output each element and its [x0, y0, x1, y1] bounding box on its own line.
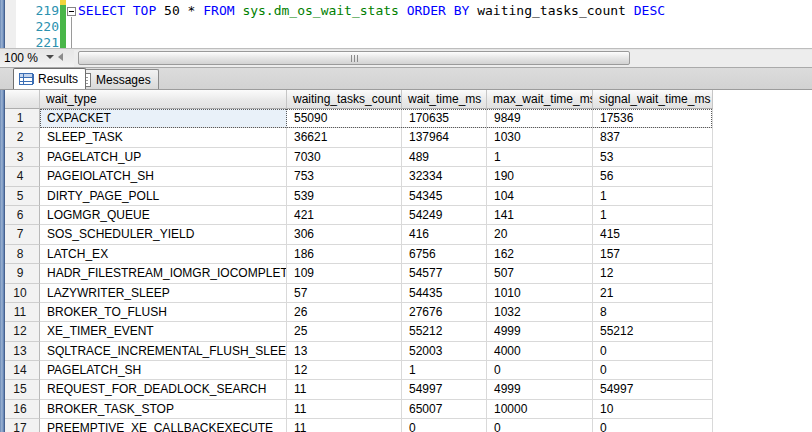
cell-signal-wait-time-ms[interactable]: 12 [593, 264, 713, 283]
cell-signal-wait-time-ms[interactable]: 0 [593, 361, 713, 380]
cell-wait-type[interactable]: LAZYWRITER_SLEEP [40, 284, 287, 303]
table-row[interactable]: 13 SQLTRACE_INCREMENTAL_FLUSH_SLEEP 13 5… [5, 342, 712, 361]
cell-waiting-tasks-count[interactable]: 13 [287, 342, 402, 361]
cell-waiting-tasks-count[interactable]: 25 [287, 322, 402, 341]
row-header[interactable]: 7 [5, 225, 40, 244]
cell-wait-type[interactable]: PAGELATCH_SH [40, 361, 287, 380]
cell-wait-time-ms[interactable]: 54345 [402, 187, 487, 206]
table-row[interactable]: 7 SOS_SCHEDULER_YIELD 306 416 20 415 [5, 225, 712, 244]
cell-signal-wait-time-ms[interactable]: 0 [593, 342, 713, 361]
cell-waiting-tasks-count[interactable]: 55090 [287, 109, 402, 128]
tab-messages[interactable]: Messages [74, 69, 159, 89]
cell-wait-type[interactable]: SOS_SCHEDULER_YIELD [40, 225, 287, 244]
table-row[interactable]: 17 PREEMPTIVE_XE_CALLBACKEXECUTE 11 0 0 … [5, 419, 712, 432]
row-header[interactable]: 3 [5, 148, 40, 167]
table-row[interactable]: 11 BROKER_TO_FLUSH 26 27676 1032 8 [5, 303, 712, 322]
row-header[interactable]: 13 [5, 342, 40, 361]
cell-waiting-tasks-count[interactable]: 11 [287, 400, 402, 419]
table-row[interactable]: 12 XE_TIMER_EVENT 25 55212 4999 55212 [5, 322, 712, 341]
cell-waiting-tasks-count[interactable]: 12 [287, 361, 402, 380]
cell-max-wait-time-ms[interactable]: 104 [487, 187, 593, 206]
cell-wait-type[interactable]: XE_TIMER_EVENT [40, 322, 287, 341]
cell-signal-wait-time-ms[interactable]: 10 [593, 400, 713, 419]
cell-waiting-tasks-count[interactable]: 109 [287, 264, 402, 283]
cell-wait-time-ms[interactable]: 65007 [402, 400, 487, 419]
chevron-down-icon[interactable] [46, 55, 54, 59]
row-header[interactable]: 15 [5, 380, 40, 399]
cell-waiting-tasks-count[interactable]: 421 [287, 206, 402, 225]
cell-wait-type[interactable]: SQLTRACE_INCREMENTAL_FLUSH_SLEEP [40, 342, 287, 361]
table-row[interactable]: 16 BROKER_TASK_STOP 11 65007 10000 10 [5, 400, 712, 419]
cell-wait-time-ms[interactable]: 54249 [402, 206, 487, 225]
editor-line[interactable]: 221 [0, 35, 812, 48]
results-grid[interactable]: wait_type waiting_tasks_count wait_time_… [5, 90, 713, 432]
table-row[interactable]: 9 HADR_FILESTREAM_IOMGR_IOCOMPLETION 109… [5, 264, 712, 283]
tab-results[interactable]: Results [13, 68, 86, 89]
cell-wait-type[interactable]: LOGMGR_QUEUE [40, 206, 287, 225]
cell-signal-wait-time-ms[interactable]: 21 [593, 284, 713, 303]
cell-signal-wait-time-ms[interactable]: 55212 [593, 322, 713, 341]
table-row[interactable]: 3 PAGELATCH_UP 7030 489 1 53 [5, 148, 712, 167]
cell-max-wait-time-ms[interactable]: 162 [487, 245, 593, 264]
cell-max-wait-time-ms[interactable]: 4000 [487, 342, 593, 361]
cell-wait-type[interactable]: PREEMPTIVE_XE_CALLBACKEXECUTE [40, 419, 287, 432]
column-header-wait-type[interactable]: wait_type [40, 90, 287, 109]
cell-wait-time-ms[interactable]: 6756 [402, 245, 487, 264]
cell-wait-type[interactable]: BROKER_TASK_STOP [40, 400, 287, 419]
row-header[interactable]: 5 [5, 187, 40, 206]
cell-signal-wait-time-ms[interactable]: 56 [593, 167, 713, 186]
cell-max-wait-time-ms[interactable]: 4999 [487, 322, 593, 341]
sql-editor[interactable]: 218219SELECT TOP 50 * FROM sys.dm_os_wai… [0, 0, 812, 48]
cell-max-wait-time-ms[interactable]: 1010 [487, 284, 593, 303]
cell-wait-type[interactable]: DIRTY_PAGE_POLL [40, 187, 287, 206]
cell-wait-type[interactable]: CXPACKET [40, 109, 287, 128]
table-row[interactable]: 1 CXPACKET 55090 170635 9849 17536 [5, 109, 712, 128]
horizontal-scrollbar-track[interactable] [74, 50, 812, 67]
scroll-left-arrow-icon[interactable] [58, 53, 63, 61]
cell-wait-time-ms[interactable]: 32334 [402, 167, 487, 186]
cell-wait-time-ms[interactable]: 489 [402, 148, 487, 167]
cell-waiting-tasks-count[interactable]: 753 [287, 167, 402, 186]
zoom-level-dropdown[interactable]: 100 % [4, 51, 38, 66]
cell-signal-wait-time-ms[interactable]: 157 [593, 245, 713, 264]
grid-corner-cell[interactable] [5, 90, 40, 109]
cell-wait-time-ms[interactable]: 170635 [402, 109, 487, 128]
cell-waiting-tasks-count[interactable]: 539 [287, 187, 402, 206]
cell-wait-time-ms[interactable]: 27676 [402, 303, 487, 322]
row-header[interactable]: 10 [5, 284, 40, 303]
row-header[interactable]: 9 [5, 264, 40, 283]
row-header[interactable]: 11 [5, 303, 40, 322]
table-row[interactable]: 15 REQUEST_FOR_DEADLOCK_SEARCH 11 54997 … [5, 380, 712, 399]
horizontal-scrollbar-thumb[interactable] [78, 51, 630, 65]
cell-signal-wait-time-ms[interactable]: 53 [593, 148, 713, 167]
cell-signal-wait-time-ms[interactable]: 1 [593, 187, 713, 206]
column-header-signal-wait-time-ms[interactable]: signal_wait_time_ms [593, 90, 713, 109]
cell-wait-time-ms[interactable]: 54435 [402, 284, 487, 303]
cell-max-wait-time-ms[interactable]: 1030 [487, 128, 593, 147]
cell-max-wait-time-ms[interactable]: 1 [487, 148, 593, 167]
cell-waiting-tasks-count[interactable]: 11 [287, 419, 402, 432]
cell-signal-wait-time-ms[interactable]: 837 [593, 128, 713, 147]
column-header-wait-time-ms[interactable]: wait_time_ms [402, 90, 487, 109]
cell-wait-time-ms[interactable]: 137964 [402, 128, 487, 147]
cell-wait-time-ms[interactable]: 1 [402, 361, 487, 380]
row-header[interactable]: 6 [5, 206, 40, 225]
cell-wait-type[interactable]: SLEEP_TASK [40, 128, 287, 147]
cell-wait-type[interactable]: LATCH_EX [40, 245, 287, 264]
cell-max-wait-time-ms[interactable]: 0 [487, 361, 593, 380]
cell-waiting-tasks-count[interactable]: 36621 [287, 128, 402, 147]
code-fold-collapse-icon[interactable] [67, 7, 76, 16]
cell-max-wait-time-ms[interactable]: 0 [487, 419, 593, 432]
cell-wait-type[interactable]: PAGEIOLATCH_SH [40, 167, 287, 186]
cell-wait-type[interactable]: PAGELATCH_UP [40, 148, 287, 167]
row-header[interactable]: 1 [5, 109, 40, 128]
cell-waiting-tasks-count[interactable]: 11 [287, 380, 402, 399]
row-header[interactable]: 17 [5, 419, 40, 432]
cell-wait-time-ms[interactable]: 0 [402, 419, 487, 432]
cell-wait-time-ms[interactable]: 55212 [402, 322, 487, 341]
cell-wait-time-ms[interactable]: 416 [402, 225, 487, 244]
cell-max-wait-time-ms[interactable]: 9849 [487, 109, 593, 128]
cell-wait-time-ms[interactable]: 52003 [402, 342, 487, 361]
column-header-max-wait-time-ms[interactable]: max_wait_time_ms [487, 90, 593, 109]
table-row[interactable]: 4 PAGEIOLATCH_SH 753 32334 190 56 [5, 167, 712, 186]
